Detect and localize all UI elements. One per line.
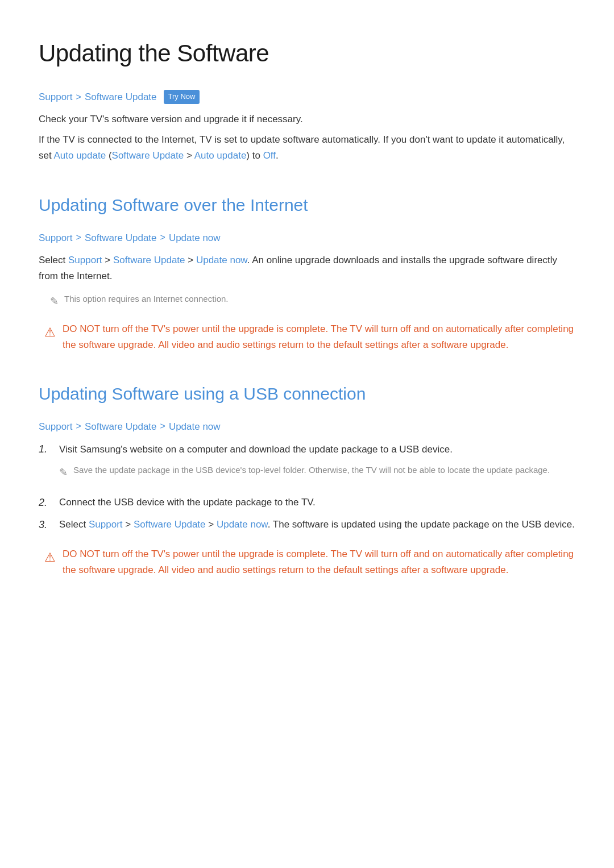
section1-sep1: > <box>76 230 81 245</box>
section1-breadcrumb: Support > Software Update > Update now <box>39 230 575 246</box>
section1-warning: ⚠ DO NOT turn off the TV's power until t… <box>44 321 575 353</box>
step1-note-text: Save the update package in the USB devic… <box>73 463 550 476</box>
step3-sep1: > <box>123 519 134 530</box>
section1-update-now-link[interactable]: Update now <box>169 230 221 246</box>
section1-support-link[interactable]: Support <box>39 230 73 246</box>
section2-software-update-link[interactable]: Software Update <box>85 419 157 434</box>
step1-note: ✎ Save the update package in the USB dev… <box>59 463 550 481</box>
section1-title: Updating Software over the Internet <box>39 192 575 219</box>
intro-auto-update-link[interactable]: Auto update <box>53 150 106 161</box>
list-item: 3. Select Support > Software Update > Up… <box>39 517 575 533</box>
step3-text: Select Support > Software Update > Updat… <box>59 517 575 533</box>
step3-suffix: . The software is updated using the upda… <box>268 519 575 530</box>
intro-para1: Check your TV's software version and upg… <box>39 111 575 127</box>
list-item: 1. Visit Samsung's website on a computer… <box>39 441 575 489</box>
step3-software-update-link[interactable]: Software Update <box>134 519 206 530</box>
section2-sep2: > <box>160 419 165 434</box>
section2-title: Updating Software using a USB connection <box>39 380 575 408</box>
try-now-badge[interactable]: Try Now <box>164 90 200 104</box>
step1-number: 1. <box>39 441 51 458</box>
section2-breadcrumb: Support > Software Update > Update now <box>39 419 575 434</box>
pencil-icon: ✎ <box>50 293 59 310</box>
intro-paren-open: ( <box>106 150 111 161</box>
step3-update-now-link[interactable]: Update now <box>217 519 268 530</box>
intro-para2: If the TV is connected to the Internet, … <box>39 132 575 164</box>
intro-software-update-inline[interactable]: Software Update <box>112 150 184 161</box>
intro-end: . <box>276 150 279 161</box>
step2-number: 2. <box>39 495 51 511</box>
section1-warning-text: DO NOT turn off the TV's power until the… <box>63 321 575 353</box>
step3-sep2: > <box>206 519 217 530</box>
warning-icon-2: ⚠ <box>44 547 56 567</box>
section2-support-link[interactable]: Support <box>39 419 73 434</box>
step2-text: Connect the USB device with the update p… <box>59 495 316 510</box>
page-title: Updating the Software <box>39 34 575 72</box>
list-item: 2. Connect the USB device with the updat… <box>39 495 575 511</box>
intro-support-link[interactable]: Support <box>39 89 73 105</box>
section2-steps: 1. Visit Samsung's website on a computer… <box>39 441 575 533</box>
intro-off-link[interactable]: Off <box>263 150 276 161</box>
section1-support-inline[interactable]: Support <box>68 255 102 265</box>
section1-body-prefix: Select <box>39 255 68 265</box>
intro-separator: > <box>184 150 194 161</box>
section1-body: Select Support > Software Update > Updat… <box>39 252 575 284</box>
section1-software-update-link[interactable]: Software Update <box>85 230 157 246</box>
intro-sep1: > <box>76 90 81 105</box>
section1-note-text: This option requires an Internet connect… <box>64 292 229 305</box>
intro-auto-update2-link[interactable]: Auto update <box>194 150 247 161</box>
intro-breadcrumb: Support > Software Update Try Now <box>39 89 575 105</box>
section1-body-sep2: > <box>185 255 196 265</box>
warning-icon: ⚠ <box>44 322 56 342</box>
section2-update-now-link[interactable]: Update now <box>169 419 221 434</box>
intro-software-update-link[interactable]: Software Update <box>85 89 157 105</box>
step3-prefix: Select <box>59 519 89 530</box>
section1-body-sep1: > <box>102 255 113 265</box>
section2-sep1: > <box>76 419 81 434</box>
section1-sep2: > <box>160 230 165 245</box>
step3-support-link[interactable]: Support <box>89 519 123 530</box>
section1-update-now-inline[interactable]: Update now <box>196 255 247 265</box>
step1-text: Visit Samsung's website on a computer an… <box>59 444 453 455</box>
section2-warning: ⚠ DO NOT turn off the TV's power until t… <box>44 546 575 578</box>
section1-note: ✎ This option requires an Internet conne… <box>50 292 575 310</box>
intro-paren-close: ) to <box>246 150 263 161</box>
step3-number: 3. <box>39 517 51 533</box>
section2-warning-text: DO NOT turn off the TV's power until the… <box>63 546 575 578</box>
section1-software-update-inline[interactable]: Software Update <box>113 255 185 265</box>
pencil-icon-2: ✎ <box>59 464 68 481</box>
